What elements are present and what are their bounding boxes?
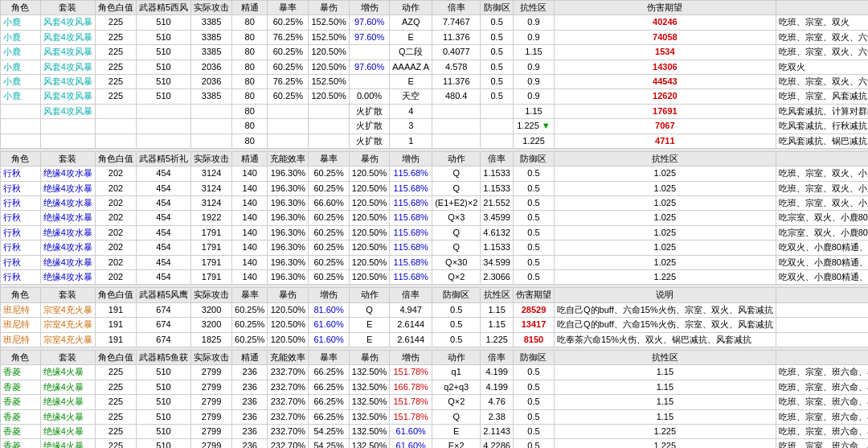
atk-real: 3385 <box>191 30 232 44</box>
table-row: 行秋 绝缘4攻水暴 202 454 1791 140 196.30% 60.25… <box>1 255 869 269</box>
table-row: 香菱 绝缘4火暴 225 510 2799 236 232.70% 66.25%… <box>1 409 869 424</box>
action: AAAAZ A <box>390 60 432 74</box>
col-action: 动作 <box>432 151 481 166</box>
expect: 1534 <box>554 45 776 60</box>
cr <box>268 119 309 134</box>
expect: 74058 <box>554 30 776 44</box>
cd: 120.50% <box>309 45 349 60</box>
note: 吃班、宗室、双火 <box>776 15 868 30</box>
suit: 风套4攻风暴 <box>40 74 95 88</box>
table-row: 班尼特 宗室4充火暴 191 674 3200 60.25% 120.50% 8… <box>1 302 869 317</box>
col-weapon: 武器精5鱼获 <box>136 350 190 364</box>
char-name: 行秋 <box>1 270 41 285</box>
char-name: 香菱 <box>1 365 41 380</box>
def: 0.5 <box>481 74 514 88</box>
cd: 152.50% <box>309 74 349 88</box>
multi: 4.578 <box>432 60 481 74</box>
table-row: 行秋 绝缘4攻水暴 202 454 3124 140 196.30% 66.60… <box>1 196 869 211</box>
col-cr: 暴率 <box>309 151 349 166</box>
multi: 480.4 <box>432 89 481 104</box>
mastery: 80 <box>232 134 268 148</box>
col-atk-real: 实际攻击 <box>191 151 232 166</box>
col-res: 抗性区 <box>554 350 776 364</box>
action: 1 <box>390 134 432 148</box>
action: 4 <box>390 104 432 118</box>
cr: 60.25% <box>268 15 309 30</box>
note: 吃风套减抗、锅巴减抗、计算对群的再次伤害 <box>776 134 868 148</box>
cd: 152.50% <box>309 30 349 44</box>
note: 吃风套减抗、计算对群的再次伤害 <box>776 104 868 118</box>
mastery: 80 <box>232 15 268 30</box>
col-res: 抗性区 <box>513 1 554 15</box>
col-action: 动作 <box>349 288 389 302</box>
char-name <box>1 104 41 118</box>
col-def: 防御区 <box>513 350 554 364</box>
col-suit: 套装 <box>40 288 95 302</box>
suit: 风套4攻风暴 <box>40 104 95 118</box>
mastery: 80 <box>232 119 268 134</box>
weapon: 510 <box>136 60 190 74</box>
col-atk-real: 实际攻击 <box>191 350 232 364</box>
cr <box>268 104 309 118</box>
cr: 60.25% <box>268 60 309 74</box>
col-atk-base: 角色白值 <box>95 288 136 302</box>
atk-real: 2036 <box>191 60 232 74</box>
res: 0.9 <box>513 15 554 30</box>
bonus: 火扩散 <box>349 134 389 148</box>
col-expect: 伤害期望 <box>513 288 554 302</box>
col-atk-base: 角色白值 <box>95 151 136 166</box>
col-cr: 暴率 <box>309 350 349 364</box>
cd <box>309 119 349 134</box>
cd: 120.50% <box>309 89 349 104</box>
col-note: 说明 <box>554 288 776 302</box>
bonus: 火扩散 <box>349 119 389 134</box>
def: 0.5 <box>481 15 514 30</box>
multi: 0.4077 <box>432 45 481 60</box>
suit <box>40 134 95 148</box>
suit: 风套4攻风暴 <box>40 30 95 44</box>
col-bonus: 增伤 <box>349 1 389 15</box>
multi: 7.7467 <box>432 15 481 30</box>
res: 0.9 <box>513 74 554 88</box>
note: 吃双火 <box>776 60 868 74</box>
col-multi: 倍率 <box>432 1 481 15</box>
cr: 60.25% <box>268 45 309 60</box>
atk-base: 225 <box>95 60 136 74</box>
cr <box>268 134 309 148</box>
col-multi: 倍率 <box>481 151 514 166</box>
atk-real: 3385 <box>191 45 232 60</box>
res: 0.9 <box>513 30 554 44</box>
def: 0.5 <box>481 30 514 44</box>
note: 吃班、宗室、双火、六命双暴 <box>776 74 868 88</box>
char-name: 行秋 <box>1 196 41 211</box>
table-row: 80 火扩散 3 1.225 ▼ 7067 吃风套减抗、行秋减抗、对粒也只能造成… <box>1 119 869 134</box>
table-row: 小鹿 风套4攻风暴 225 510 2036 80 60.25% 120.50%… <box>1 60 869 74</box>
weapon <box>136 104 190 118</box>
table-row: 香菱 绝缘4火暴 225 510 2799 236 232.70% 66.25%… <box>1 365 869 380</box>
atk-base: 225 <box>95 89 136 104</box>
col-mastery: 精通 <box>232 350 268 364</box>
col-cr: 暴率 <box>232 288 268 302</box>
bonus: 火扩散 <box>349 104 389 118</box>
table-row: 行秋 绝缘4攻水暴 202 454 1791 140 196.30% 60.25… <box>1 270 869 285</box>
expect: 4711 <box>554 134 776 148</box>
col-atk-real: 实际攻击 <box>191 288 232 302</box>
def: 0.5 <box>481 45 514 60</box>
char-name: 行秋 <box>1 211 41 225</box>
table-row: 行秋 绝缘4攻水暴 202 454 3124 140 196.30% 60.25… <box>1 181 869 195</box>
cd <box>309 134 349 148</box>
suit: 宗室4充火暴 <box>40 318 95 332</box>
col-weapon: 武器精5西风 <box>136 1 190 15</box>
col-cd: 暴伤 <box>309 1 349 15</box>
atk-base <box>95 104 136 118</box>
cd <box>309 104 349 118</box>
suit: 绝缘4火暴 <box>40 380 95 394</box>
col-charge: 充能效率 <box>268 350 309 364</box>
atk-base: 225 <box>95 45 136 60</box>
res: 0.9 <box>513 60 554 74</box>
table-row: 香菱 绝缘4火暴 225 510 2799 236 232.70% 66.25%… <box>1 380 869 394</box>
res: 1.225 ▼ <box>513 119 554 134</box>
char-name: 香菱 <box>1 395 41 409</box>
char-name <box>1 119 41 134</box>
col-mastery: 精通 <box>232 1 268 15</box>
